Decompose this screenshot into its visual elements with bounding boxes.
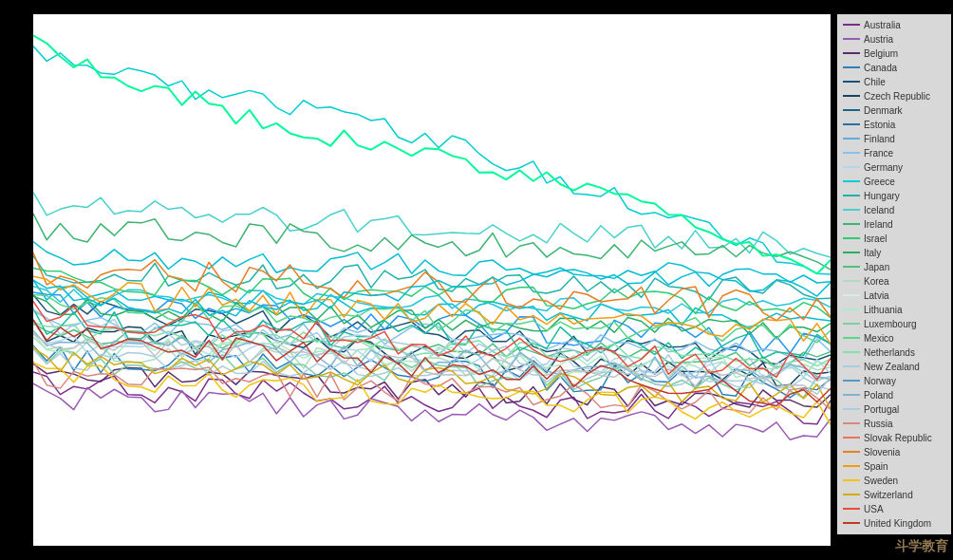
legend-line-color	[843, 66, 860, 68]
legend-line-color	[843, 422, 860, 424]
legend-line-color	[843, 394, 860, 396]
legend-label: Estonia	[864, 120, 895, 130]
legend-item: Chile	[843, 75, 945, 88]
legend-item: Norway	[843, 374, 945, 387]
legend-label: Iceland	[864, 205, 894, 215]
legend-line-color	[843, 479, 860, 481]
legend-label: France	[864, 148, 893, 159]
legend-item: Denmark	[843, 103, 945, 117]
legend-label: Spain	[864, 461, 888, 472]
legend-line-color	[843, 323, 860, 325]
legend-line-color	[843, 508, 860, 510]
legend-line-color	[843, 138, 860, 140]
legend-item: Spain	[843, 459, 945, 473]
legend-label: Belgium	[864, 48, 898, 59]
legend-item: Canada	[843, 61, 945, 74]
legend-item: Portugal	[843, 402, 945, 416]
legend-item: Lithuania	[843, 303, 945, 316]
legend-item: Israel	[843, 232, 945, 245]
legend-item: Czech Republic	[843, 89, 945, 103]
watermark: 斗学教育	[895, 538, 948, 555]
legend-item: Japan	[843, 260, 945, 273]
legend-label: Finland	[864, 134, 895, 144]
legend-label: Czech Republic	[864, 91, 930, 102]
legend-item: Australia	[843, 18, 945, 31]
legend-item: Austria	[843, 32, 945, 46]
legend-line-color	[843, 237, 860, 239]
legend-item: Slovenia	[843, 445, 945, 458]
legend-line-color	[843, 494, 860, 495]
chart-canvas	[33, 14, 831, 546]
legend-item: Korea	[843, 274, 945, 288]
legend-item: Iceland	[843, 203, 945, 216]
legend-item: USA	[843, 502, 945, 515]
legend-item: New Zealand	[843, 360, 945, 373]
legend-item: Sweden	[843, 474, 945, 487]
legend-item: Poland	[843, 388, 945, 401]
legend-label: Canada	[864, 63, 897, 73]
legend-label: Luxembourg	[864, 319, 917, 329]
legend-item: Finland	[843, 132, 945, 145]
legend-label: Lithuania	[864, 305, 903, 315]
legend-item: Hungary	[843, 189, 945, 202]
legend-item: Russia	[843, 417, 945, 430]
legend-line-color	[843, 209, 860, 211]
legend-label: Japan	[864, 262, 889, 272]
legend-item: Switzerland	[843, 488, 945, 501]
legend-item: Greece	[843, 175, 945, 188]
legend-item: Italy	[843, 246, 945, 259]
legend-item: United Kingdom	[843, 516, 945, 530]
legend-item: Latvia	[843, 289, 945, 302]
legend-label: Austria	[864, 34, 893, 45]
legend-item: Ireland	[843, 217, 945, 231]
legend-line-color	[843, 195, 860, 196]
legend-label: Portugal	[864, 404, 899, 415]
legend-line-color	[843, 152, 860, 154]
legend-label: Russia	[864, 419, 893, 429]
legend-line-color	[843, 266, 860, 268]
legend-item: Germany	[843, 160, 945, 174]
legend-line-color	[843, 294, 860, 296]
legend-label: Latvia	[864, 290, 889, 301]
legend-label: Hungary	[864, 191, 900, 201]
legend-label: Australia	[864, 20, 901, 30]
legend-item: Netherlands	[843, 345, 945, 359]
legend-line-color	[843, 38, 860, 40]
legend-line-color	[843, 465, 860, 467]
legend-line-color	[843, 252, 860, 253]
legend-label: Korea	[864, 276, 889, 287]
legend-label: Italy	[864, 248, 881, 258]
legend-line-color	[843, 408, 860, 410]
legend-label: Slovak Republic	[864, 433, 932, 443]
legend-label: Ireland	[864, 219, 893, 230]
legend-label: Switzerland	[864, 490, 913, 500]
legend-label: Denmark	[864, 105, 903, 116]
legend-label: United Kingdom	[864, 518, 931, 529]
legend-label: Sweden	[864, 476, 898, 486]
legend: AustraliaAustriaBelgiumCanadaChileCzech …	[837, 14, 951, 534]
legend-line-color	[843, 180, 860, 182]
legend-line-color	[843, 365, 860, 367]
legend-line-color	[843, 123, 860, 125]
legend-line-color	[843, 166, 860, 168]
legend-label: New Zealand	[864, 362, 920, 372]
legend-item: Belgium	[843, 47, 945, 60]
legend-line-color	[843, 24, 860, 26]
legend-line-color	[843, 522, 860, 524]
chart-area	[33, 14, 831, 546]
legend-label: Norway	[864, 376, 896, 386]
legend-label: USA	[864, 504, 884, 514]
chart-container: AustraliaAustriaBelgiumCanadaChileCzech …	[0, 0, 953, 560]
legend-label: Chile	[864, 77, 886, 87]
legend-line-color	[843, 380, 860, 382]
legend-line-color	[843, 351, 860, 353]
legend-label: Mexico	[864, 333, 894, 344]
legend-label: Netherlands	[864, 347, 915, 358]
legend-label: Israel	[864, 233, 887, 244]
legend-item: Slovak Republic	[843, 431, 945, 444]
legend-item: Mexico	[843, 331, 945, 345]
legend-line-color	[843, 337, 860, 339]
legend-label: Poland	[864, 390, 893, 401]
legend-item: Luxembourg	[843, 317, 945, 330]
legend-line-color	[843, 280, 860, 282]
